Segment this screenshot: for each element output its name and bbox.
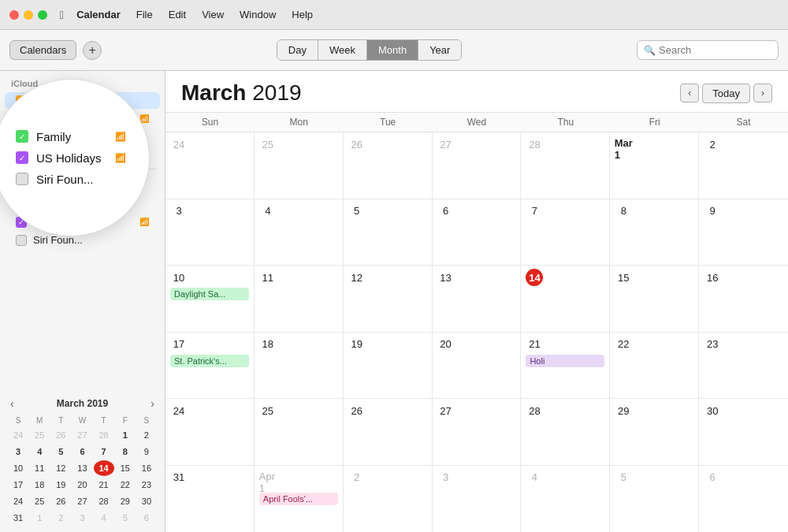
cell-mar1[interactable]: Mar 1 [610,132,699,199]
event-daylight-saving[interactable]: Daylight Sa... [170,288,249,300]
cell-feb26[interactable]: 26 [344,132,433,199]
cell-apr4[interactable]: 4 [521,466,610,533]
mini-day-4[interactable]: 4 [29,444,50,459]
mini-day-apr1[interactable]: 1 [29,510,50,526]
cell-apr1[interactable]: Apr 1 April Fools'... [255,466,344,533]
cell-apr2[interactable]: 2 [344,466,433,533]
cell-feb27[interactable]: 27 [433,132,522,199]
cell-feb28[interactable]: 28 [521,132,610,199]
mini-day-17[interactable]: 17 [8,477,28,493]
view-month-button[interactable]: Month [367,40,418,60]
cell-apr5[interactable]: 5 [610,466,699,533]
cell-mar16[interactable]: 16 [699,266,788,332]
cell-mar15[interactable]: 15 [610,266,699,332]
cell-feb25[interactable]: 25 [255,132,344,199]
cell-mar22[interactable]: 22 [610,333,699,399]
mini-day-28b[interactable]: 28 [94,493,114,509]
mini-day-apr2[interactable]: 2 [50,510,71,526]
mini-day-7[interactable]: 7 [94,444,114,459]
event-st-patricks[interactable]: St. Patrick's... [170,355,249,367]
menu-edit[interactable]: Edit [169,9,186,20]
cell-mar21[interactable]: 21 Holi [521,333,610,399]
next-month-button[interactable]: › [753,84,772,102]
mini-day-apr6[interactable]: 6 [136,510,157,526]
mini-day-apr5[interactable]: 5 [115,510,136,526]
mini-day-27b[interactable]: 27 [72,493,92,509]
cell-mar30[interactable]: 30 [699,399,788,465]
cell-mar27[interactable]: 27 [433,399,522,465]
mini-day-31[interactable]: 31 [8,510,28,526]
mini-day-23[interactable]: 23 [136,477,157,493]
mini-day-apr3[interactable]: 3 [72,510,92,526]
event-holi[interactable]: Holi [526,355,604,367]
mini-day-11[interactable]: 11 [29,460,50,476]
cell-mar11[interactable]: 11 [255,266,344,332]
fullscreen-button[interactable] [38,10,47,20]
cell-mar9[interactable]: 9 [699,199,788,266]
mini-day-10[interactable]: 10 [8,460,28,476]
mini-day-29[interactable]: 29 [115,493,136,509]
cell-mar31[interactable]: 31 [165,466,255,533]
cell-mar24[interactable]: 24 [165,399,255,465]
mini-day-14-today[interactable]: 14 [94,460,114,476]
cell-mar3[interactable]: 3 [165,199,255,266]
mini-day-19[interactable]: 19 [50,477,71,493]
menu-window[interactable]: Window [240,9,276,20]
cell-mar10[interactable]: 10 Daylight Sa... [165,266,255,332]
cell-apr3[interactable]: 3 [433,466,522,533]
mini-day-16[interactable]: 16 [136,460,157,476]
cell-mar23[interactable]: 23 [699,333,788,399]
cell-mar2[interactable]: 2 [699,132,788,199]
menu-calendar[interactable]: Calendar [76,9,121,20]
mini-day-18[interactable]: 18 [29,477,50,493]
cell-mar29[interactable]: 29 [610,399,699,465]
mini-day-9[interactable]: 9 [136,444,157,459]
popup-family-checkbox[interactable]: ✓ [16,130,28,143]
cell-mar14[interactable]: 14 [521,266,610,332]
popup-us-holidays-checkbox[interactable]: ✓ [16,151,28,164]
mini-day-25a[interactable]: 25 [29,427,50,443]
mini-day-3[interactable]: 3 [8,444,28,459]
minimize-button[interactable] [24,10,33,20]
prev-month-button[interactable]: ‹ [680,84,699,102]
mini-day-20[interactable]: 20 [72,477,92,493]
mini-day-12[interactable]: 12 [50,460,71,476]
view-year-button[interactable]: Year [418,40,461,60]
mini-day-5[interactable]: 5 [50,444,71,459]
cell-mar7[interactable]: 7 [521,199,610,266]
mini-day-26a[interactable]: 26 [50,427,71,443]
today-button[interactable]: Today [702,84,750,103]
view-week-button[interactable]: Week [318,40,367,60]
calendars-button[interactable]: Calendars [9,40,76,60]
menu-view[interactable]: View [202,9,224,20]
add-event-button[interactable]: + [83,41,102,60]
cell-mar26[interactable]: 26 [344,399,433,465]
mini-day-15[interactable]: 15 [115,460,136,476]
cell-mar19[interactable]: 19 [344,333,433,399]
mini-day-24b[interactable]: 24 [8,493,28,509]
popup-item-siri[interactable]: Siri Foun... [8,169,134,190]
event-april-fools[interactable]: April Fools'... [259,493,338,505]
mini-day-1[interactable]: 1 [115,427,136,443]
siri-checkbox[interactable] [16,235,27,246]
menu-help[interactable]: Help [292,9,313,20]
cell-mar20[interactable]: 20 [433,333,522,399]
cell-feb24[interactable]: 24 [165,132,255,199]
mini-day-21[interactable]: 21 [94,477,114,493]
cell-mar25[interactable]: 25 [255,399,344,465]
mini-day-apr4[interactable]: 4 [94,510,114,526]
cell-mar5[interactable]: 5 [344,199,433,266]
search-input[interactable] [659,44,771,56]
cell-mar12[interactable]: 12 [344,266,433,332]
cell-mar18[interactable]: 18 [255,333,344,399]
mini-day-28a[interactable]: 28 [94,427,114,443]
mini-day-6[interactable]: 6 [72,444,92,459]
mini-day-26b[interactable]: 26 [50,493,71,509]
cell-mar4[interactable]: 4 [255,199,344,266]
menu-file[interactable]: File [136,9,153,20]
mini-day-13[interactable]: 13 [72,460,92,476]
view-day-button[interactable]: Day [277,40,318,60]
close-button[interactable] [9,10,19,20]
popup-siri-checkbox[interactable] [16,173,28,185]
mini-day-24a[interactable]: 24 [8,427,28,443]
